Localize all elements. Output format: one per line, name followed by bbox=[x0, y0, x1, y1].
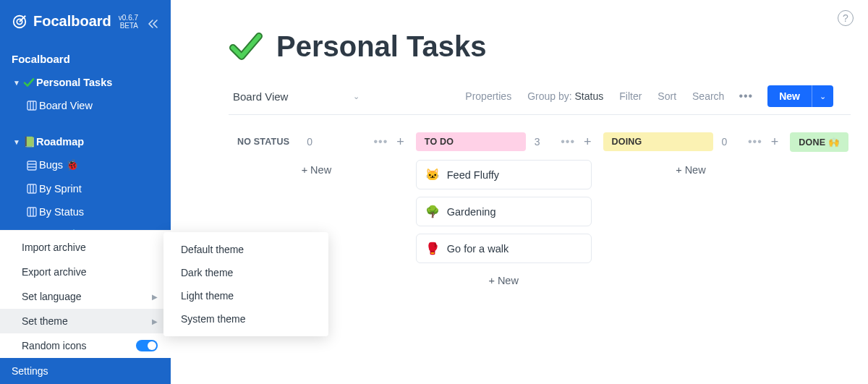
column-header: DONE 🙌 bbox=[790, 132, 868, 152]
theme-submenu: Default theme Dark theme Light theme Sys… bbox=[163, 232, 328, 336]
settings-random-icons[interactable]: Random icons bbox=[0, 333, 171, 358]
column-header: DOING 0 ••• + bbox=[603, 132, 779, 151]
svg-rect-3 bbox=[27, 101, 36, 110]
view-selector-label: Board View bbox=[233, 90, 288, 103]
column-add-icon[interactable]: + bbox=[771, 135, 779, 150]
sidebar: Focalboard v0.6.7 BETA Focalboard ▼ Pers… bbox=[0, 0, 171, 384]
board-icon bbox=[25, 101, 39, 111]
search-button[interactable]: Search bbox=[692, 90, 724, 102]
add-card-button[interactable]: + New bbox=[603, 160, 779, 180]
settings-export-archive[interactable]: Export archive bbox=[0, 260, 171, 284]
app-logo-icon bbox=[12, 14, 27, 30]
settings-item-label: Set theme bbox=[22, 315, 68, 327]
sidebar-board-label: Roadmap bbox=[36, 136, 84, 148]
workspace-heading: Focalboard bbox=[0, 35, 171, 71]
card-feed-fluffy[interactable]: 🐱 Feed Fluffy bbox=[416, 160, 592, 189]
column-doing: DOING 0 ••• + + New bbox=[603, 132, 779, 291]
new-button-dropdown[interactable]: ⌄ bbox=[812, 85, 833, 107]
sidebar-view-by-sprint[interactable]: By Sprint bbox=[0, 177, 171, 200]
theme-option-default[interactable]: Default theme bbox=[163, 238, 328, 261]
column-header: TO DO 3 ••• + bbox=[416, 132, 592, 151]
column-to-do: TO DO 3 ••• + 🐱 Feed Fluffy 🌳 Gardening … bbox=[416, 132, 592, 291]
theme-option-system[interactable]: System theme bbox=[163, 307, 328, 330]
settings-footer[interactable]: Settings bbox=[0, 358, 171, 384]
card-gardening[interactable]: 🌳 Gardening bbox=[416, 197, 592, 226]
theme-option-dark[interactable]: Dark theme bbox=[163, 261, 328, 284]
page-title[interactable]: Personal Tasks bbox=[276, 30, 487, 63]
sidebar-board-personal-tasks[interactable]: ▼ Personal Tasks bbox=[0, 71, 171, 94]
sidebar-view-board-view[interactable]: Board View bbox=[0, 94, 171, 117]
chevron-right-icon: ▶ bbox=[152, 317, 158, 325]
svg-rect-12 bbox=[27, 208, 36, 216]
card-emoji-icon: 🌳 bbox=[425, 205, 440, 218]
sidebar-view-by-status[interactable]: By Status bbox=[0, 200, 171, 223]
sidebar-board-label: Personal Tasks bbox=[36, 77, 112, 88]
app-version-block: v0.6.7 BETA bbox=[119, 14, 138, 30]
settings-set-theme[interactable]: Set theme ▶ bbox=[0, 309, 171, 333]
settings-item-label: Import archive bbox=[22, 242, 86, 253]
filter-button[interactable]: Filter bbox=[619, 90, 642, 102]
settings-panel: Import archive Export archive Set langua… bbox=[0, 230, 171, 384]
settings-import-archive[interactable]: Import archive bbox=[0, 235, 171, 260]
card-title: Go for a walk bbox=[447, 243, 509, 255]
card-title: Feed Fluffy bbox=[447, 169, 499, 181]
card-go-for-a-walk[interactable]: 🥊 Go for a walk bbox=[416, 234, 592, 263]
app-version: v0.6.7 bbox=[119, 14, 138, 22]
column-label[interactable]: NO STATUS bbox=[229, 132, 298, 151]
column-menu-icon[interactable]: ••• bbox=[373, 135, 388, 148]
settings-set-language[interactable]: Set language ▶ bbox=[0, 284, 171, 309]
svg-rect-6 bbox=[27, 161, 36, 170]
view-more-icon[interactable]: ••• bbox=[739, 90, 753, 103]
card-title: Gardening bbox=[447, 206, 496, 218]
settings-item-label: Export archive bbox=[22, 266, 86, 278]
board-icon bbox=[25, 207, 39, 217]
view-selector[interactable]: Board View ⌄ bbox=[233, 90, 359, 103]
sort-button[interactable]: Sort bbox=[658, 90, 676, 102]
new-button[interactable]: New bbox=[767, 85, 812, 107]
column-menu-icon[interactable]: ••• bbox=[748, 135, 762, 148]
settings-item-label: Random icons bbox=[22, 340, 87, 351]
view-bar: Board View ⌄ Properties Group by: Status… bbox=[229, 85, 851, 115]
sidebar-view-label: Bugs 🐞 bbox=[39, 159, 79, 171]
sidebar-collapse-icon[interactable] bbox=[148, 19, 159, 29]
column-label[interactable]: DOING bbox=[603, 132, 713, 151]
add-card-button[interactable]: + New bbox=[416, 270, 592, 291]
group-by-button[interactable]: Group by: Status bbox=[527, 90, 603, 102]
column-header: NO STATUS 0 ••• + bbox=[229, 132, 404, 151]
map-icon: 📗 bbox=[22, 136, 36, 148]
column-count: 3 bbox=[535, 136, 540, 148]
column-count: 0 bbox=[307, 136, 312, 148]
toggle-switch[interactable] bbox=[136, 340, 158, 351]
svg-rect-9 bbox=[27, 184, 36, 193]
add-card-button[interactable]: + New bbox=[229, 160, 404, 180]
column-add-icon[interactable]: + bbox=[396, 135, 404, 150]
table-icon bbox=[25, 161, 39, 171]
card-emoji-icon: 🥊 bbox=[425, 242, 440, 255]
column-done: DONE 🙌 bbox=[790, 132, 868, 291]
app-name: Focalboard bbox=[33, 13, 111, 30]
chevron-down-icon: ▼ bbox=[13, 79, 22, 87]
column-menu-icon[interactable]: ••• bbox=[561, 135, 575, 148]
page-icon-checkmark[interactable] bbox=[229, 29, 263, 64]
group-by-value: Status bbox=[575, 90, 604, 102]
column-add-icon[interactable]: + bbox=[584, 135, 592, 150]
page-header: Personal Tasks bbox=[229, 29, 868, 64]
sidebar-board-roadmap[interactable]: ▼ 📗 Roadmap bbox=[0, 130, 171, 153]
column-label[interactable]: TO DO bbox=[416, 132, 526, 151]
board-icon bbox=[25, 184, 39, 194]
chevron-down-icon: ⌄ bbox=[353, 92, 359, 101]
checkmark-icon bbox=[22, 77, 36, 88]
group-by-prefix: Group by: bbox=[527, 90, 574, 102]
sidebar-view-label: By Sprint bbox=[39, 183, 82, 195]
chevron-down-icon: ▼ bbox=[13, 138, 22, 146]
chevron-right-icon: ▶ bbox=[152, 293, 158, 301]
sidebar-view-label: By Status bbox=[39, 206, 84, 218]
card-emoji-icon: 🐱 bbox=[425, 168, 440, 182]
new-button-group: New ⌄ bbox=[767, 85, 833, 107]
sidebar-view-bugs[interactable]: Bugs 🐞 bbox=[0, 153, 171, 177]
settings-item-label: Set language bbox=[22, 291, 82, 302]
theme-option-light[interactable]: Light theme bbox=[163, 284, 328, 307]
properties-button[interactable]: Properties bbox=[465, 90, 511, 102]
column-label[interactable]: DONE 🙌 bbox=[790, 132, 848, 152]
sidebar-view-label: Board View bbox=[39, 100, 93, 111]
